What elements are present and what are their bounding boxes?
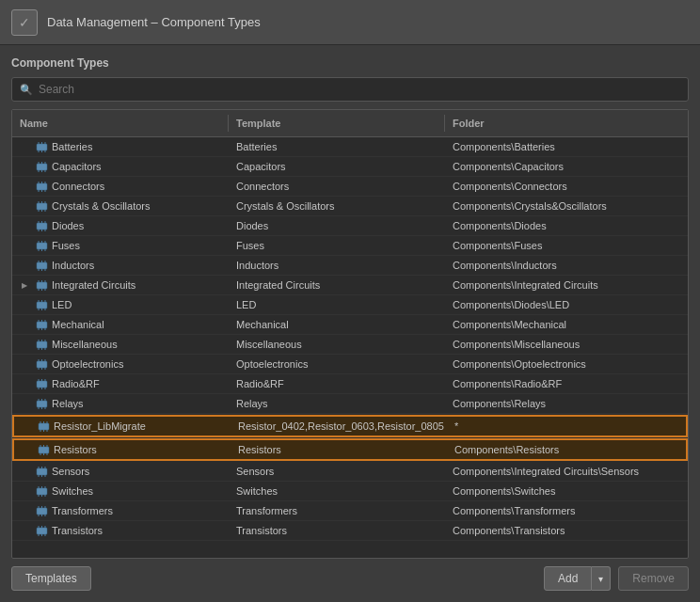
table-row[interactable]: BatteriesBatteriesComponents\Batteries <box>12 137 688 157</box>
cell-template: Resistors <box>231 440 447 459</box>
cell-name: Mechanical <box>12 315 229 334</box>
table-row[interactable]: SensorsSensorsComponents\Integrated Circ… <box>12 462 688 482</box>
cell-template: Capacitors <box>229 157 445 176</box>
column-template: Template <box>229 115 445 132</box>
component-type-icon <box>35 465 48 478</box>
table-row[interactable]: OptoelectronicsOptoelectronicsComponents… <box>12 355 688 374</box>
component-type-icon <box>35 239 48 252</box>
cell-template: Resistor_0402,Resistor_0603,Resistor_080… <box>231 417 447 436</box>
cell-template: Batteries <box>229 137 445 156</box>
cell-folder: Components\Batteries <box>445 137 688 156</box>
component-type-icon <box>35 318 48 331</box>
component-type-icon <box>37 420 50 433</box>
expand-arrow-icon[interactable]: ▶ <box>20 280 29 290</box>
table-row[interactable]: ConnectorsConnectorsComponents\Connector… <box>12 177 688 197</box>
search-input[interactable] <box>39 83 680 96</box>
svg-rect-21 <box>37 203 47 210</box>
table-row[interactable]: FusesFusesComponents\Fuses <box>12 236 688 256</box>
cell-template: Mechanical <box>229 315 445 334</box>
table-row[interactable]: ▶ Integrated CircuitsIntegrated Circuits… <box>12 276 688 295</box>
component-type-icon <box>35 397 48 410</box>
cell-name: ▶ Integrated Circuits <box>12 276 229 294</box>
cell-name: Sensors <box>12 462 229 481</box>
cell-name-text: Fuses <box>52 240 80 251</box>
cell-folder: Components\Switches <box>445 482 688 500</box>
component-type-icon <box>35 524 48 537</box>
component-type-icon <box>35 160 48 173</box>
table-body[interactable]: BatteriesBatteriesComponents\Batteries C… <box>12 137 688 558</box>
cell-name: Radio&RF <box>12 374 229 393</box>
templates-button[interactable]: Templates <box>11 566 91 591</box>
cell-template: Miscellaneous <box>229 335 445 354</box>
table-row[interactable]: SwitchesSwitchesComponents\Switches <box>12 482 688 501</box>
column-name: Name <box>12 115 229 132</box>
component-type-icon <box>35 259 48 272</box>
cell-folder: Components\Inductors <box>445 256 688 275</box>
section-title: Component Types <box>11 56 689 70</box>
cell-template: Optoelectronics <box>229 355 445 373</box>
window-title: Data Management – Component Types <box>47 15 261 29</box>
cell-folder: Components\Integrated Circuits\Sensors <box>445 462 688 481</box>
window-icon: ✓ <box>11 9 38 36</box>
svg-rect-119 <box>37 488 47 495</box>
cell-name-text: Transformers <box>52 505 113 516</box>
table-header: Name Template Folder <box>12 110 688 137</box>
table-row[interactable]: CapacitorsCapacitorsComponents\Capacitor… <box>12 157 688 177</box>
table-row[interactable]: TransistorsTransistorsComponents\Transis… <box>12 521 688 541</box>
table-row[interactable]: RelaysRelaysComponents\Relays <box>12 394 688 414</box>
add-button[interactable]: Add <box>544 566 592 591</box>
table-row[interactable]: InductorsInductorsComponents\Inductors <box>12 256 688 276</box>
table-row[interactable]: MechanicalMechanicalComponents\Mechanica… <box>12 315 688 335</box>
svg-rect-0 <box>37 144 47 150</box>
cell-name-text: Resistor_LibMigrate <box>54 420 146 432</box>
cell-name: Transformers <box>12 501 229 520</box>
cell-folder: Components\Transformers <box>445 501 688 520</box>
cell-template: Crystals & Oscillators <box>229 197 445 215</box>
svg-rect-91 <box>37 401 47 407</box>
cell-template: Relays <box>229 394 445 413</box>
cell-name-text: Transistors <box>52 525 103 536</box>
cell-folder: Components\Diodes <box>445 216 688 235</box>
table-row[interactable]: TransformersTransformersComponents\Trans… <box>12 501 688 521</box>
table-row[interactable]: Radio&RFRadio&RFComponents\Radio&RF <box>12 374 688 394</box>
search-bar: 🔍 <box>11 77 689 102</box>
svg-rect-133 <box>37 528 47 534</box>
cell-template: Radio&RF <box>229 374 445 393</box>
table-row[interactable]: LEDLEDComponents\Diodes\LED <box>12 295 688 315</box>
cell-name: Batteries <box>12 137 229 156</box>
cell-template: Transformers <box>229 501 445 520</box>
cell-name: LED <box>12 295 229 314</box>
svg-rect-112 <box>37 468 47 475</box>
cell-folder: * <box>447 417 686 436</box>
remove-button[interactable]: Remove <box>618 566 689 591</box>
svg-rect-28 <box>37 223 47 230</box>
cell-name: Resistors <box>14 440 231 459</box>
cell-template: Integrated Circuits <box>229 276 445 294</box>
cell-name-text: Inductors <box>52 260 94 271</box>
component-type-icon <box>35 338 48 351</box>
table-row[interactable]: Resistor_LibMigrateResistor_0402,Resisto… <box>12 415 688 437</box>
cell-name: Relays <box>12 394 229 413</box>
table-row[interactable]: ResistorsResistorsComponents\Resistors <box>12 438 688 461</box>
cell-name-text: Optoelectronics <box>52 358 123 370</box>
table-row[interactable]: Crystals & OscillatorsCrystals & Oscilla… <box>12 197 688 216</box>
cell-folder: Components\Crystals&Oscillators <box>445 197 688 215</box>
cell-template: Connectors <box>229 177 445 196</box>
cell-folder: Components\Mechanical <box>445 315 688 334</box>
add-dropdown-button[interactable]: ▾ <box>592 566 611 591</box>
cell-name-text: Batteries <box>52 141 92 152</box>
table-row[interactable]: DiodesDiodesComponents\Diodes <box>12 216 688 236</box>
svg-rect-70 <box>37 341 47 348</box>
cell-folder: Components\Radio&RF <box>445 374 688 393</box>
table-row[interactable]: MiscellaneousMiscellaneousComponents\Mis… <box>12 335 688 355</box>
cell-template: LED <box>229 295 445 314</box>
cell-folder: Components\Resistors <box>447 440 686 459</box>
cell-name: Miscellaneous <box>12 335 229 354</box>
cell-name-text: Mechanical <box>52 319 104 330</box>
component-type-icon <box>35 278 48 292</box>
add-button-group: Add ▾ <box>544 566 611 591</box>
cell-name: Diodes <box>12 216 229 235</box>
component-types-table: Name Template Folder BatteriesBatteriesC… <box>11 109 689 559</box>
search-icon: 🔍 <box>20 84 33 96</box>
cell-folder: Components\Fuses <box>445 236 688 255</box>
